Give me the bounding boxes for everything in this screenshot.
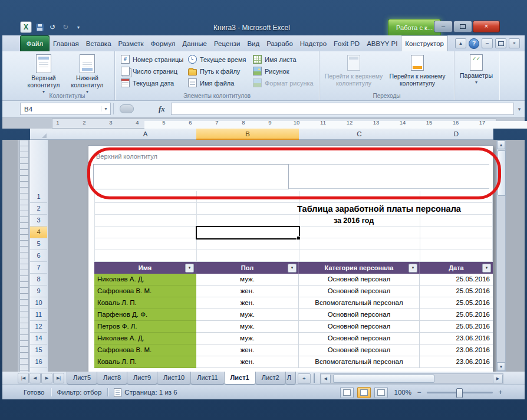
sheet-tab-лист1[interactable]: Лист1: [224, 372, 256, 385]
table-header-name[interactable]: Имя ▾: [94, 262, 196, 274]
page-number-button[interactable]: Номер страницы: [118, 54, 182, 65]
qat-customize-dropdown[interactable]: ▾: [73, 22, 84, 32]
excel-logo-icon[interactable]: X: [20, 21, 32, 33]
row-header-9[interactable]: 9: [30, 286, 47, 297]
horizontal-scrollbar[interactable]: ◀ ▶: [320, 373, 503, 384]
zoom-in-button[interactable]: +: [496, 388, 505, 396]
row-header-5[interactable]: 5: [30, 238, 47, 250]
tab-abbyy pi[interactable]: ABBYY PI: [363, 35, 401, 51]
row-header-12[interactable]: 12: [30, 321, 47, 333]
cell-date[interactable]: 25.05.2016: [420, 297, 493, 309]
zoom-level[interactable]: 100%: [391, 389, 411, 396]
zoom-slider-thumb[interactable]: [456, 388, 463, 398]
row-header-15[interactable]: 15: [30, 344, 47, 356]
cell-gender[interactable]: муж.: [196, 274, 299, 286]
row-header-11[interactable]: 11: [30, 309, 47, 321]
sheet-title-cell[interactable]: Таблица заработной платы персонала: [281, 204, 477, 215]
filter-dropdown-icon[interactable]: ▾: [409, 264, 417, 273]
scroll-down-button[interactable]: ▼: [497, 362, 505, 371]
tab-формул[interactable]: Формул: [147, 35, 179, 51]
expand-formula-bar-icon[interactable]: ▾: [514, 106, 525, 112]
cell-category[interactable]: Основной персонал: [299, 286, 420, 297]
sheet-tab-л[interactable]: Л: [285, 372, 296, 385]
row-header-8[interactable]: 8: [30, 274, 47, 286]
cell-category[interactable]: Основной персонал: [299, 274, 420, 286]
page-layout-view-button[interactable]: [357, 387, 371, 398]
table-header-gender[interactable]: Пол ▾: [196, 262, 299, 274]
workbook-minimize-button[interactable]: –: [482, 38, 493, 48]
cell-category[interactable]: Основной персонал: [299, 309, 420, 321]
vertical-scrollbar[interactable]: ▲ ▼: [496, 140, 506, 372]
row-header-3[interactable]: 3: [30, 215, 47, 227]
sheet-tab-лист9[interactable]: Лист9: [127, 372, 157, 385]
page-count-button[interactable]: Число страниц: [118, 65, 182, 77]
footer-button[interactable]: Нижний колонтитул ▾: [66, 53, 108, 94]
tab-разметк[interactable]: Разметк: [115, 35, 147, 51]
select-all-corner[interactable]: [30, 129, 48, 140]
vertical-scroll-thumb[interactable]: [498, 150, 506, 196]
tab-split-handle[interactable]: [314, 373, 318, 383]
picture-button[interactable]: Рисунок: [251, 65, 316, 77]
cell-date[interactable]: 23.06.2016: [420, 356, 493, 368]
sheet-tab-лист11[interactable]: Лист11: [190, 372, 224, 385]
save-button[interactable]: [34, 22, 45, 32]
cell-name[interactable]: Сафронова В. М.: [94, 286, 196, 297]
formula-input[interactable]: [171, 103, 514, 115]
cell-gender[interactable]: муж.: [196, 333, 299, 344]
cell-date[interactable]: 25.05.2016: [420, 321, 493, 333]
active-cell-selection[interactable]: [196, 226, 300, 239]
zoom-out-button[interactable]: −: [415, 388, 423, 396]
workbook-restore-button[interactable]: [495, 38, 506, 48]
cell-date[interactable]: 25.05.2016: [420, 274, 493, 286]
cell-name[interactable]: Парфенов Д. Ф.: [94, 309, 196, 321]
cell-gender[interactable]: жен.: [196, 356, 299, 368]
sheet-tab-лист2[interactable]: Лист2: [255, 372, 286, 385]
insert-function-button[interactable]: fx: [159, 104, 165, 114]
tab-foxit pd[interactable]: Foxit PD: [330, 35, 363, 51]
column-header-d[interactable]: D: [420, 129, 493, 140]
insert-sheet-button[interactable]: ＋: [298, 373, 311, 384]
cell-category[interactable]: Основной персонал: [299, 333, 420, 344]
cell-category[interactable]: Вспомогательный персонал: [299, 356, 420, 368]
minimize-button[interactable]: –: [434, 21, 453, 32]
go-to-footer-button[interactable]: Перейти к нижнему колонтитулу: [386, 54, 449, 87]
first-sheet-button[interactable]: |◀: [18, 373, 29, 383]
column-header-b[interactable]: B: [196, 129, 299, 140]
tab-file[interactable]: Файл: [20, 35, 50, 51]
cell-date[interactable]: 23.06.2016: [420, 344, 493, 356]
column-header-a[interactable]: A: [94, 129, 197, 140]
tab-вид[interactable]: Вид: [243, 35, 263, 51]
maximize-button[interactable]: [453, 21, 472, 32]
sheet-tab-лист5[interactable]: Лист5: [67, 372, 97, 385]
current-date-button[interactable]: Текущая дата: [118, 77, 182, 88]
row-header-10[interactable]: 10: [30, 297, 47, 309]
row-header-7[interactable]: 7: [30, 262, 47, 274]
row-header-1[interactable]: 1: [30, 191, 47, 203]
table-header-date[interactable]: Дата ▾: [420, 262, 493, 274]
sheet-name-button[interactable]: Имя листа: [251, 54, 316, 65]
name-box-dropdown-icon[interactable]: ▾: [101, 106, 110, 111]
row-header-4[interactable]: 4: [30, 227, 47, 238]
row-header-14[interactable]: 14: [30, 333, 47, 344]
cell-date[interactable]: 23.06.2016: [420, 333, 493, 344]
scroll-up-button[interactable]: ▲: [497, 140, 505, 149]
cell-gender[interactable]: жен.: [196, 297, 299, 309]
cell-name[interactable]: Николаев А. Д.: [94, 333, 196, 344]
name-box[interactable]: B4 ▾: [20, 103, 111, 115]
undo-button[interactable]: ↺: [47, 22, 58, 32]
next-sheet-button[interactable]: ▶: [41, 373, 52, 383]
page-break-view-button[interactable]: [374, 387, 388, 398]
file-path-button[interactable]: Путь к файлу: [186, 65, 247, 77]
cell-date[interactable]: 25.05.2016: [420, 309, 493, 321]
tab-вставка[interactable]: Вставка: [83, 35, 115, 51]
previous-sheet-button[interactable]: ◀: [29, 373, 41, 383]
zoom-slider[interactable]: [427, 392, 493, 393]
tab-данные[interactable]: Данные: [179, 35, 210, 51]
cell-date[interactable]: 25.05.2016: [420, 286, 493, 297]
last-sheet-button[interactable]: ▶|: [53, 373, 64, 383]
cell-name[interactable]: Сафронова В. М.: [94, 344, 196, 356]
workbook-close-button[interactable]: ×: [509, 38, 520, 48]
normal-view-button[interactable]: [340, 387, 354, 398]
row-header-16[interactable]: 16: [30, 356, 47, 368]
filter-dropdown-icon[interactable]: ▾: [482, 264, 491, 273]
